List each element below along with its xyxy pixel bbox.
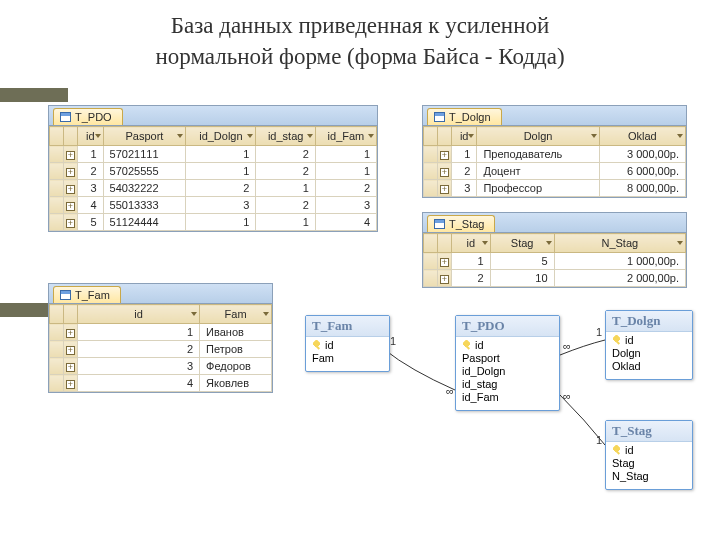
table-row[interactable]: +551124444114 [50, 214, 377, 231]
col-id[interactable]: id [452, 127, 477, 146]
col-fam[interactable]: Fam [200, 305, 272, 324]
col-pasport[interactable]: Pasport [103, 127, 186, 146]
tab-stag[interactable]: T_Stag [427, 215, 495, 232]
tab-pdo[interactable]: T_PDO [53, 108, 123, 125]
expand-icon[interactable]: + [440, 275, 449, 284]
expand-icon[interactable]: + [440, 185, 449, 194]
cell[interactable]: 6 000,00р. [599, 163, 685, 180]
expand-icon[interactable]: + [66, 202, 75, 211]
col-oklad[interactable]: Oklad [599, 127, 685, 146]
cell[interactable]: 51124444 [103, 214, 186, 231]
cell[interactable]: 57021111 [103, 146, 186, 163]
cell[interactable]: 1 [186, 214, 256, 231]
cell[interactable]: 1 [452, 253, 491, 270]
cell[interactable]: Иванов [200, 324, 272, 341]
cell[interactable]: 2 [256, 197, 315, 214]
cell[interactable]: 2 [315, 180, 376, 197]
col-id[interactable]: id [452, 234, 491, 253]
col-idfam[interactable]: id_Fam [315, 127, 376, 146]
table-row[interactable]: +2Петров [50, 341, 272, 358]
box-dolgn[interactable]: T_Dolgn id Dolgn Oklad [605, 310, 693, 380]
expand-icon[interactable]: + [66, 329, 75, 338]
svg-text:∞: ∞ [563, 340, 571, 352]
expand-icon[interactable]: + [440, 258, 449, 267]
cell[interactable]: 2 [186, 180, 256, 197]
cell[interactable]: 1 [78, 324, 200, 341]
cell[interactable]: 10 [490, 270, 554, 287]
tab-dolgn[interactable]: T_Dolgn [427, 108, 502, 125]
cell[interactable]: Петров [200, 341, 272, 358]
cell[interactable]: 3 [315, 197, 376, 214]
table-row[interactable]: +4Яковлев [50, 375, 272, 392]
col-id[interactable]: id [78, 305, 200, 324]
cell[interactable]: 2 [256, 146, 315, 163]
cell[interactable]: Преподаватель [477, 146, 599, 163]
expand-icon[interactable]: + [66, 346, 75, 355]
table-row[interactable]: +455013333323 [50, 197, 377, 214]
table-row[interactable]: +2102 000,00р. [424, 270, 686, 287]
cell[interactable]: 3 [78, 358, 200, 375]
box-pdo[interactable]: T_PDO id Pasport id_Dolgn id_stag id_Fam [455, 315, 560, 411]
expand-icon[interactable]: + [66, 219, 75, 228]
cell[interactable]: 2 [256, 163, 315, 180]
table-row[interactable]: +3Профессор8 000,00р. [424, 180, 686, 197]
cell[interactable]: 8 000,00р. [599, 180, 685, 197]
cell[interactable]: 55013333 [103, 197, 186, 214]
expand-icon[interactable]: + [66, 151, 75, 160]
cell[interactable]: 2 000,00р. [554, 270, 685, 287]
cell[interactable]: Профессор [477, 180, 599, 197]
expand-icon[interactable]: + [66, 363, 75, 372]
cell[interactable]: 1 000,00р. [554, 253, 685, 270]
expand-icon[interactable]: + [66, 380, 75, 389]
table-row[interactable]: +2Доцент6 000,00р. [424, 163, 686, 180]
cell[interactable]: Яковлев [200, 375, 272, 392]
cell[interactable]: 3 [78, 180, 104, 197]
cell[interactable]: Доцент [477, 163, 599, 180]
svg-text:1: 1 [390, 335, 396, 347]
cell[interactable]: 1 [315, 146, 376, 163]
col-iddolgn[interactable]: id_Dolgn [186, 127, 256, 146]
table-row[interactable]: +257025555121 [50, 163, 377, 180]
expand-icon[interactable]: + [66, 168, 75, 177]
table-row[interactable]: +354032222212 [50, 180, 377, 197]
table-row[interactable]: +151 000,00р. [424, 253, 686, 270]
table-row[interactable]: +157021111121 [50, 146, 377, 163]
cell[interactable]: 1 [78, 146, 104, 163]
col-stag[interactable]: Stag [490, 234, 554, 253]
table-row[interactable]: +1Иванов [50, 324, 272, 341]
cell[interactable]: 2 [452, 270, 491, 287]
cell[interactable]: 5 [490, 253, 554, 270]
cell[interactable]: 4 [78, 197, 104, 214]
cell[interactable]: 4 [315, 214, 376, 231]
expand-icon[interactable]: + [66, 185, 75, 194]
cell[interactable]: 3 000,00р. [599, 146, 685, 163]
cell[interactable]: 1 [256, 214, 315, 231]
expand-icon[interactable]: + [440, 151, 449, 160]
cell[interactable]: 5 [78, 214, 104, 231]
cell[interactable]: 3 [452, 180, 477, 197]
cell[interactable]: 1 [452, 146, 477, 163]
cell[interactable]: 1 [186, 163, 256, 180]
cell[interactable]: 3 [186, 197, 256, 214]
cell[interactable]: Федоров [200, 358, 272, 375]
tab-fam[interactable]: T_Fam [53, 286, 121, 303]
cell[interactable]: 2 [78, 341, 200, 358]
table-row[interactable]: +3Федоров [50, 358, 272, 375]
cell[interactable]: 4 [78, 375, 200, 392]
cell[interactable]: 57025555 [103, 163, 186, 180]
col-idstag[interactable]: id_stag [256, 127, 315, 146]
box-stag[interactable]: T_Stag id Stag N_Stag [605, 420, 693, 490]
expand-icon[interactable]: + [440, 168, 449, 177]
col-id[interactable]: id [78, 127, 104, 146]
table-row[interactable]: +1Преподаватель3 000,00р. [424, 146, 686, 163]
cell[interactable]: 1 [315, 163, 376, 180]
cell[interactable]: 1 [256, 180, 315, 197]
cell[interactable]: 2 [452, 163, 477, 180]
cell[interactable]: 54032222 [103, 180, 186, 197]
box-fam[interactable]: T_Fam id Fam [305, 315, 390, 372]
col-nstag[interactable]: N_Stag [554, 234, 685, 253]
cell[interactable]: 2 [78, 163, 104, 180]
col-dolgn[interactable]: Dolgn [477, 127, 599, 146]
field: N_Stag [612, 470, 686, 483]
cell[interactable]: 1 [186, 146, 256, 163]
